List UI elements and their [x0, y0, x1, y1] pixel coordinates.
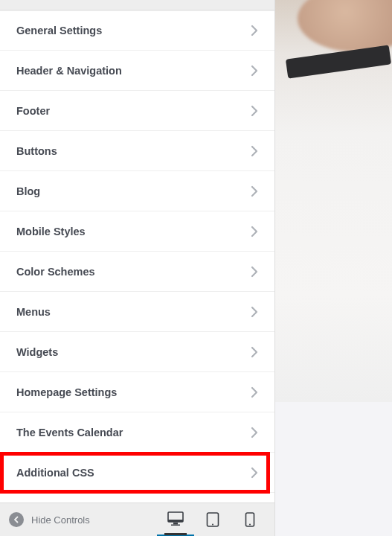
menu-item-homepage-settings[interactable]: Homepage Settings [0, 372, 274, 412]
menu-item-label: Header & Navigation [16, 65, 122, 77]
hide-controls-button[interactable]: Hide Controls [9, 512, 90, 527]
menu-item-label: Additional CSS [16, 467, 94, 479]
device-preview-group [157, 503, 269, 536]
menu-item-label: Buttons [16, 145, 57, 157]
preview-image-content [275, 402, 392, 536]
mobile-icon [245, 512, 255, 527]
menu-item-footer[interactable]: Footer [0, 91, 274, 131]
menu-item-general-settings[interactable]: General Settings [0, 10, 274, 51]
svg-rect-3 [171, 524, 180, 526]
svg-rect-1 [168, 520, 183, 522]
menu-item-blog[interactable]: Blog [0, 171, 274, 211]
chevron-right-icon [251, 467, 258, 479]
menu-item-label: Widgets [16, 346, 58, 358]
menu-item-label: Menus [16, 306, 51, 318]
svg-point-5 [212, 524, 213, 526]
device-desktop-button[interactable] [157, 503, 194, 537]
menu-item-header-navigation[interactable]: Header & Navigation [0, 51, 274, 91]
tablet-icon [206, 512, 219, 527]
menu-item-label: General Settings [16, 25, 102, 36]
live-preview-pane[interactable] [275, 0, 392, 536]
device-tablet-button[interactable] [194, 503, 231, 537]
customizer-footer: Hide Controls [0, 502, 274, 536]
preview-image-content [298, 0, 392, 52]
chevron-right-icon [251, 306, 258, 318]
menu-item-menus[interactable]: Menus [0, 292, 274, 332]
menu-item-widgets[interactable]: Widgets [0, 332, 274, 372]
chevron-right-icon [251, 105, 258, 117]
device-mobile-button[interactable] [231, 503, 269, 537]
menu-item-label: Footer [16, 105, 50, 117]
desktop-icon [167, 511, 184, 526]
chevron-right-icon [251, 185, 258, 197]
chevron-right-icon [251, 386, 258, 398]
chevron-right-icon [251, 145, 258, 157]
chevron-left-icon [9, 512, 24, 527]
menu-item-label: Homepage Settings [16, 386, 117, 398]
menu-item-label: Mobile Styles [16, 226, 86, 237]
chevron-right-icon [251, 427, 258, 438]
menu-item-events-calendar[interactable]: The Events Calendar [0, 412, 274, 453]
menu-item-additional-css[interactable]: Additional CSS [0, 453, 274, 493]
chevron-right-icon [251, 266, 258, 278]
chevron-right-icon [251, 226, 258, 237]
svg-rect-2 [173, 523, 178, 525]
svg-point-7 [249, 524, 251, 526]
menu-item-label: The Events Calendar [16, 427, 123, 438]
sidebar-top-band [0, 0, 274, 10]
customizer-sidebar: General Settings Header & Navigation Foo… [0, 0, 275, 536]
menu-item-mobile-styles[interactable]: Mobile Styles [0, 211, 274, 252]
chevron-right-icon [251, 65, 258, 77]
chevron-right-icon [251, 25, 258, 36]
settings-menu-list: General Settings Header & Navigation Foo… [0, 10, 274, 502]
menu-item-label: Blog [16, 185, 40, 197]
menu-item-color-schemes[interactable]: Color Schemes [0, 252, 274, 292]
chevron-right-icon [251, 346, 258, 358]
hide-controls-label: Hide Controls [31, 514, 90, 526]
menu-item-label: Color Schemes [16, 266, 95, 278]
menu-item-buttons[interactable]: Buttons [0, 131, 274, 171]
